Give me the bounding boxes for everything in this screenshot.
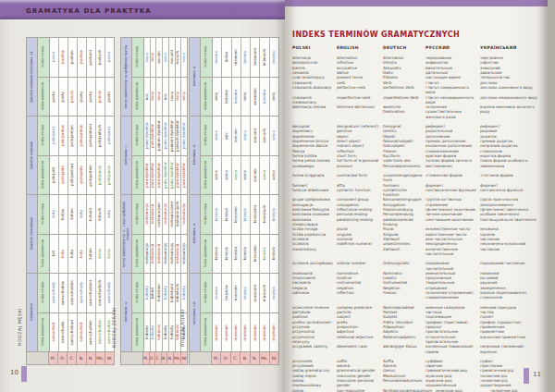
declension-form-cell: restauracji (151, 195, 157, 234)
declension-form: krzesła (215, 208, 218, 221)
declension-form: restauracji (157, 244, 161, 263)
declension-form-cell: panie dyrektor (181, 116, 187, 155)
declension-form: kotu (70, 250, 74, 258)
declension-form: imionami (253, 48, 257, 66)
index-cell: przymiotnik relacyjny (292, 335, 337, 345)
declension-form: kobiety (145, 286, 149, 300)
number-label-cell: liczba pojedyncza (132, 235, 144, 274)
declension-form-cell: kobiety (144, 274, 151, 312)
noun-class-header-label: żywotny osobowy (końcówka -a) (31, 52, 34, 103)
declension-form: policjantem (89, 165, 92, 186)
index-cell: relational adjective (337, 335, 383, 339)
case-label-row: M.D.C.B.N.Ms.W. (121, 352, 187, 364)
declension-form: sercu (263, 170, 266, 180)
plural-row: liczba mnogakrzesłakrzesełkrzesłomkrzesł… (201, 195, 278, 234)
declension-form: muzeum (225, 325, 228, 340)
declension-form-cell: poecie (68, 78, 78, 116)
index-cell: порядковий числівник (480, 261, 542, 265)
declension-form: nocy (151, 53, 154, 62)
declension-form-cell: sercu (260, 156, 269, 195)
number-label: liczba mnoga (204, 203, 208, 225)
declension-form: samochodem (89, 320, 92, 345)
declension-form-cell: poeci (105, 38, 114, 77)
declension-form-cell: krzesłami (251, 195, 260, 234)
declension-form: noce (182, 53, 186, 62)
plural-row: liczba mnoganocenocynocomnocenocaminocac… (132, 38, 187, 77)
declension-form-cell: krzesło (241, 235, 251, 274)
declension-form: koty (52, 210, 56, 218)
index-cell: czasownik niedokonany (292, 95, 337, 105)
declension-form: restauracjom (157, 202, 161, 227)
declension-form-cell: restauracji (151, 235, 157, 274)
declension-form-cell: restauracje (144, 195, 151, 234)
noun-class-forms: liczba mnogapolicjancipolicjantówpolicja… (38, 116, 114, 194)
declension-form: imieniu (234, 90, 238, 104)
declension-form-cell: imieniem (251, 78, 260, 116)
declension-form-cell: policjant (50, 156, 59, 195)
declension-form: paniom dyrektor (157, 120, 161, 151)
declension-form-cell: kotach (96, 195, 105, 234)
declension-form-cell: imieniu (232, 78, 241, 116)
noun-class-header-label: temat zakończony na spółgłoskę twardą (125, 45, 129, 108)
index-cell: относительное прилагательное (426, 335, 480, 345)
declension-form-cell: kotem (87, 235, 96, 274)
declension-form: noc (164, 93, 167, 100)
declension-form: policjantowi (70, 164, 74, 186)
declension-form: panie dyrektor (164, 122, 167, 149)
case-label-cell: C. (231, 352, 240, 364)
number-label-cell: liczba pojedyncza (38, 156, 50, 195)
declension-form: muzeum (215, 325, 218, 340)
declension-form: noce (164, 53, 167, 62)
singular-row: liczba pojedynczakrzesłokrzesłakrzesłukr… (201, 234, 278, 274)
index-cell: full form of a personal pronoun (337, 158, 383, 168)
declension-form-cell: policjancie (105, 156, 114, 195)
index-cell: masculine personal gender (337, 378, 383, 388)
declension-form: poetami (89, 50, 92, 65)
declension-form-cell: krześle (260, 235, 269, 274)
index-cell: косвенный (зависимый) падеж (426, 344, 480, 354)
index-cell: Ordnungszahl (383, 261, 426, 265)
declension-form-cell: paniami dyrektor (169, 116, 176, 155)
declension-form: nocach (176, 51, 179, 64)
index-cell: Nichtpersonalmaskulinum (383, 388, 436, 392)
number-label: liczba mnoga (42, 46, 45, 67)
case-row-spacer (27, 352, 49, 364)
declension-form: restauracji (176, 244, 179, 263)
number-label-cell: liczba mnoga (201, 38, 213, 77)
noun-class-header-cell: końcówka -o (190, 195, 201, 273)
declension-form-cell: imię (213, 78, 222, 116)
declension-form: imionom (234, 49, 238, 65)
declension-form: restauracje (145, 203, 149, 225)
noun-class-block: żywotny osobowy (końcówka -a)liczba mnog… (27, 38, 114, 116)
declension-form: policjanci (52, 127, 56, 144)
declension-form: policjantami (89, 124, 92, 147)
declension-form-cell: muzeach (260, 274, 269, 312)
plural-row: liczba mnogasamochodysamochodówsamochodo… (38, 274, 114, 312)
index-cell: imperfective verb (337, 95, 383, 100)
declension-form-cell: krzesłu (232, 235, 241, 274)
noun-class-block: żywotny osobowyliczba mnogapolicjancipol… (27, 116, 114, 195)
declension-form: kotom (70, 208, 74, 220)
declension-form-cell: kotów (59, 195, 68, 234)
declension-form-cell: muzeami (251, 274, 260, 312)
declension-form-cell: sercami (251, 116, 260, 155)
declension-form: muzeom (234, 285, 238, 300)
plural-row: liczba mnogapoecipoetówpoetompoetówpoeta… (38, 38, 114, 77)
noun-class-block: nieżywotnyliczba mnogasamochodysamochodó… (27, 274, 114, 352)
number-label: liczba mnoga (204, 282, 208, 303)
declension-form-cell: paniach dyrektor (176, 116, 182, 155)
number-label-cell: liczba pojedyncza (132, 313, 144, 352)
declension-form-cell: policjanta (78, 156, 87, 195)
column-header-russkij: РУССКИЙ (426, 45, 480, 51)
declension-form: sercami (253, 129, 257, 143)
declension-form: krzeseł (225, 208, 228, 221)
noun-class-forms: liczba mnogasercasercsercomsercasercamis… (201, 116, 278, 194)
declension-form-cell: kobiecie (156, 313, 163, 352)
declension-form: pani dyrektor (182, 163, 186, 188)
number-label-cell: liczba mnoga (132, 274, 144, 312)
declension-form: serca (243, 130, 247, 141)
index-block: alternacjealternationAlternationчередова… (292, 55, 542, 119)
declension-form-cell: nocach (176, 38, 182, 77)
declension-form-cell: pani dyrektor (144, 156, 151, 195)
declension-form: koty (107, 210, 111, 218)
